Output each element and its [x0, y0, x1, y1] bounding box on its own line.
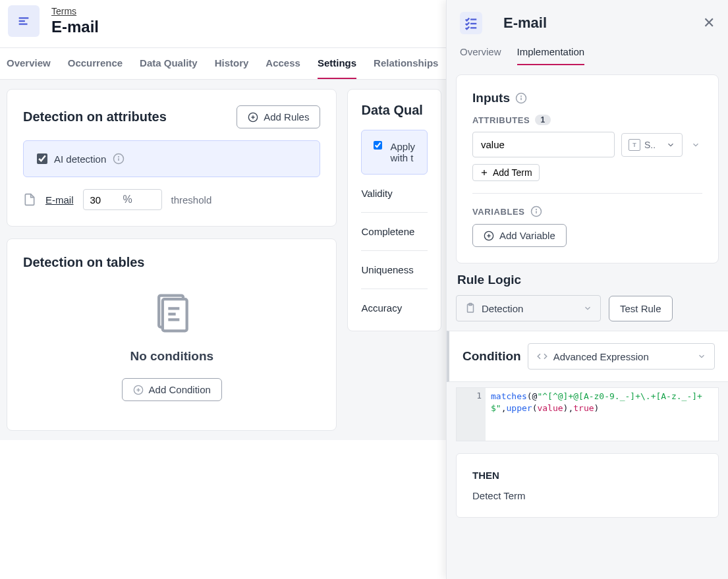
- header-text: Terms E-mail: [51, 6, 99, 36]
- dq-item[interactable]: Validity: [361, 175, 428, 213]
- dq-peek-title: Data Qual: [361, 103, 428, 118]
- dq-item[interactable]: Accuracy: [361, 289, 428, 327]
- rule-type-select[interactable]: Detection: [456, 295, 601, 321]
- chevron-down-icon: [666, 140, 675, 150]
- tab-relationships[interactable]: Relationships: [374, 48, 438, 79]
- clipboard-icon: [464, 302, 476, 314]
- add-rules-label: Add Rules: [264, 111, 309, 123]
- dq-item[interactable]: Completene: [361, 213, 428, 251]
- threshold-value-field[interactable]: [90, 194, 123, 206]
- main-area: Terms E-mail Overview Occurrence Data Qu…: [0, 0, 448, 579]
- sp-tab-overview[interactable]: Overview: [460, 40, 501, 65]
- sp-tabs: Overview Implementation: [447, 40, 728, 65]
- rule-logic-title: Rule Logic: [456, 273, 719, 287]
- detection-on-tables-card: Detection on tables No conditions Add Co…: [7, 238, 337, 431]
- line-number: 1: [461, 391, 482, 402]
- divider: [472, 193, 702, 194]
- sp-header: E-mail ✕: [447, 0, 728, 40]
- ai-detection-checkbox[interactable]: [37, 153, 47, 164]
- apply-checkbox[interactable]: [374, 141, 382, 150]
- close-icon[interactable]: ✕: [703, 14, 715, 32]
- add-term-button[interactable]: Add Term: [472, 164, 540, 181]
- info-icon: [113, 153, 125, 165]
- add-condition-button[interactable]: Add Condition: [122, 378, 222, 401]
- info-icon: [515, 92, 527, 104]
- inputs-card: Inputs ATTRIBUTES 1 T S.. Add Term VARIA…: [456, 74, 719, 263]
- add-condition-label: Add Condition: [149, 384, 211, 395]
- attribute-row: T S..: [472, 132, 702, 157]
- content-area: Detection on attributes Add Rules AI det…: [0, 80, 448, 440]
- then-label: THEN: [472, 470, 702, 481]
- dq-item[interactable]: Uniqueness: [361, 251, 428, 289]
- condition-bar: Condition Advanced Expression: [447, 331, 728, 382]
- ai-detection-label: AI detection: [54, 153, 106, 165]
- tab-history[interactable]: History: [215, 48, 249, 79]
- attributes-subhead: ATTRIBUTES 1: [472, 115, 702, 125]
- document-icon: [150, 290, 194, 335]
- threshold-unit: %: [123, 194, 132, 206]
- checklist-icon: [460, 12, 482, 34]
- dq-peek-card: Data Qual Apply with t Validity Complete…: [347, 89, 441, 331]
- detection-on-attributes-card: Detection on attributes Add Rules AI det…: [7, 89, 337, 227]
- expand-attribute-button[interactable]: [689, 136, 702, 154]
- plus-icon: [480, 168, 489, 177]
- sp-tab-implementation[interactable]: Implementation: [517, 40, 585, 65]
- sp-title: E-mail: [503, 14, 694, 32]
- tab-overview[interactable]: Overview: [7, 48, 51, 79]
- apply-row: Apply with t: [361, 130, 428, 175]
- info-icon: [530, 206, 542, 217]
- term-icon: [8, 5, 40, 37]
- code-editor[interactable]: 1 matches(@"^[^@]+@[A-z0-9._-]+\.+[A-z._…: [456, 387, 719, 441]
- attribute-name-field[interactable]: [472, 132, 615, 157]
- threshold-input[interactable]: %: [83, 189, 162, 210]
- inputs-title: Inputs: [472, 91, 702, 105]
- page-title: E-mail: [51, 18, 99, 36]
- add-variable-button[interactable]: Add Variable: [472, 224, 567, 247]
- dq-list: Validity Completene Uniqueness Accuracy: [361, 175, 428, 327]
- text-type-icon: T: [629, 139, 640, 151]
- then-action: Detect Term: [472, 490, 702, 501]
- tab-access[interactable]: Access: [266, 48, 300, 79]
- condition-mode-select[interactable]: Advanced Expression: [528, 343, 715, 370]
- apply-label: Apply with t: [390, 141, 415, 163]
- threshold-label: threshold: [171, 194, 212, 206]
- empty-state: No conditions Add Condition: [23, 270, 320, 414]
- attributes-count-badge: 1: [535, 115, 550, 125]
- svg-point-22: [521, 96, 522, 97]
- variables-subhead: VARIABLES: [472, 206, 702, 217]
- dq-peek-column: Data Qual Apply with t Validity Complete…: [347, 89, 441, 431]
- tab-settings[interactable]: Settings: [318, 48, 356, 79]
- threshold-row: E-mail % threshold: [23, 189, 320, 210]
- rule-logic-row: Detection Test Rule: [447, 295, 728, 321]
- then-block: THEN Detect Term: [456, 453, 719, 518]
- chevron-down-icon: [697, 352, 706, 361]
- svg-point-27: [536, 209, 536, 210]
- detection-tables-title: Detection on tables: [23, 255, 320, 270]
- breadcrumb[interactable]: Terms: [51, 6, 99, 16]
- page-header: Terms E-mail: [0, 0, 448, 47]
- doc-icon: [23, 193, 36, 206]
- rule-logic-section: Rule Logic: [447, 273, 728, 287]
- tab-occurrence[interactable]: Occurrence: [68, 48, 123, 79]
- side-panel: E-mail ✕ Overview Implementation Inputs …: [446, 0, 728, 579]
- main-tabs: Overview Occurrence Data Quality History…: [0, 47, 448, 80]
- condition-label: Condition: [462, 349, 521, 364]
- chevron-down-icon: [583, 304, 592, 313]
- test-rule-button[interactable]: Test Rule: [609, 296, 673, 321]
- svg-point-8: [119, 157, 119, 157]
- empty-message: No conditions: [130, 349, 213, 364]
- gutter: 1: [457, 388, 486, 441]
- attribute-type-select[interactable]: T S..: [621, 133, 683, 157]
- left-column: Detection on attributes Add Rules AI det…: [7, 89, 337, 431]
- code-icon: [536, 350, 548, 362]
- detection-attributes-title: Detection on attributes: [23, 109, 167, 124]
- code-body[interactable]: matches(@"^[^@]+@[A-z0-9._-]+\.+[A-z._-]…: [486, 388, 718, 441]
- term-link[interactable]: E-mail: [45, 194, 74, 206]
- ai-detection-box: AI detection: [23, 140, 320, 177]
- tab-data-quality[interactable]: Data Quality: [140, 48, 198, 79]
- add-rules-button[interactable]: Add Rules: [237, 105, 320, 128]
